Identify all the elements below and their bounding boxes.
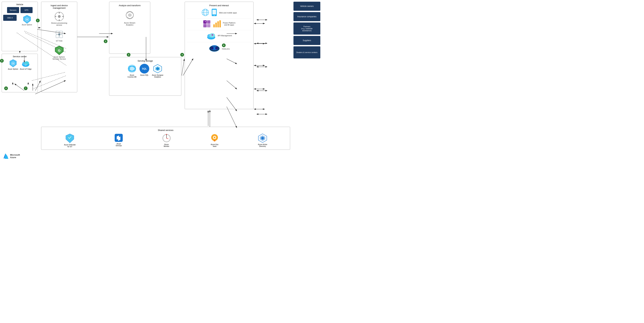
- svg-point-82: [212, 45, 217, 47]
- web-mobile-row: Web and mobile apps: [187, 8, 251, 16]
- step-3-circle: 3: [127, 53, 130, 56]
- svg-rect-40: [56, 31, 59, 34]
- step-5-circle: 5: [0, 59, 4, 62]
- azure-iot-edge-icon: [21, 60, 30, 68]
- cosmos-db-label: AzureCosmos DB: [128, 74, 136, 78]
- analyze-box: Analyze and transform Azure StreamAnalyt…: [109, 2, 150, 54]
- svg-line-10: [227, 106, 237, 128]
- web-apps-icon: [201, 8, 209, 16]
- svg-point-31: [58, 15, 60, 18]
- svg-rect-99: [214, 140, 216, 141]
- svg-point-44: [58, 34, 60, 36]
- svg-point-24: [12, 63, 14, 64]
- devops-item: AzureDevOps: [114, 134, 123, 146]
- aad-label: Azure ActiveDirectory: [258, 144, 267, 147]
- power-platform-row: Power Platformand BI apps: [187, 20, 251, 28]
- svg-rect-62: [212, 10, 216, 14]
- analyze-title: Analyze and transform: [111, 4, 148, 7]
- vehicle-box: Vehicle Sensors GPS OBD-II Azure Sphere …: [2, 2, 38, 51]
- azure-sphere-vehicle-label: Azure Sphere: [22, 24, 32, 26]
- vehicle-title: Vehicle: [3, 3, 36, 6]
- svg-point-63: [214, 15, 214, 16]
- defender-icon: [66, 134, 74, 143]
- azure-logo-line1: Microsoft: [10, 154, 20, 156]
- iot-hub-label: IoT Hub: [56, 40, 62, 42]
- svg-rect-67: [207, 24, 210, 27]
- svg-rect-68: [214, 24, 215, 27]
- iot-hub-icon: [54, 30, 64, 39]
- azure-sphere-vehicle-icon: [23, 15, 31, 24]
- device-provisioning-icon: [54, 12, 64, 21]
- azure-sql-label: Azure SQL: [140, 74, 148, 76]
- svg-rect-65: [207, 20, 210, 24]
- synapse-item: Azure SynapseAnalytics: [152, 64, 163, 78]
- svg-line-109: [182, 59, 184, 76]
- azure-logo-icon: [2, 153, 9, 160]
- step-4-circle: 4: [180, 53, 184, 56]
- insurance-box: Insurance companies: [294, 12, 320, 21]
- devops-label: AzureDevOps: [116, 143, 122, 146]
- mobile-apps-icon: [211, 8, 218, 16]
- stream-analytics-item: Azure StreamAnalytics: [111, 10, 148, 26]
- synapse-icon: [153, 64, 162, 74]
- right-boxes-container: Vehicle owners Insurance companies Partn…: [294, 2, 320, 58]
- serving-title: Serving storage: [111, 60, 180, 62]
- azure-logo: Microsoft Azure: [2, 153, 20, 160]
- svg-point-50: [131, 66, 133, 67]
- svg-point-80: [215, 47, 218, 50]
- monitor-label: AzureMonitor: [164, 144, 169, 147]
- azure-logo-line2: Azure: [10, 156, 20, 159]
- svg-rect-66: [203, 24, 207, 27]
- gps-btn: GPS: [20, 7, 32, 13]
- hololens-icon: [208, 44, 220, 52]
- svg-rect-43: [60, 35, 62, 38]
- cosmos-db-item: AzureCosmos DB: [127, 64, 137, 78]
- svg-point-79: [211, 47, 214, 50]
- bi-apps-icon: [213, 20, 221, 28]
- stream-analytics-icon: [124, 10, 135, 21]
- keyvault-icon: [210, 134, 219, 143]
- sphere-security-icon: [55, 46, 64, 55]
- keyvault-label: Azure KeyVault: [211, 144, 218, 147]
- hololens-row: 8 HoloLens: [187, 44, 251, 52]
- defender-label: Azure Defenderfor IoT: [64, 144, 76, 148]
- azure-iot-edge-label: Azure IoT Edge: [20, 68, 32, 70]
- svg-rect-71: [220, 20, 221, 27]
- sensors-btn: Sensors: [7, 7, 19, 13]
- step-8-circle: 8: [222, 44, 226, 47]
- svg-rect-42: [56, 35, 59, 38]
- svg-point-22: [26, 19, 28, 20]
- web-mobile-label: Web and mobile apps: [219, 12, 237, 14]
- obd-btn: OBD-II: [3, 15, 16, 21]
- dealers-box: Dealers & service centers: [294, 46, 320, 58]
- monitor-icon: [162, 134, 171, 143]
- svg-point-52: [129, 68, 130, 69]
- azure-sql-item: SQL Azure SQL: [140, 64, 149, 76]
- svg-rect-70: [218, 21, 219, 27]
- keyvault-item: Azure KeyVault: [210, 134, 219, 147]
- step-2-circle: 2: [104, 40, 108, 43]
- service-center-box: Service center Azure Sphere: [2, 54, 38, 92]
- present-box: Present and interact: [185, 2, 254, 109]
- device-provisioning-label: Device provisioningservice: [51, 22, 67, 26]
- serving-storage-box: Serving storage AzureCosmos DB SQL: [109, 57, 181, 96]
- suppliers-box: Suppliers: [294, 36, 320, 45]
- svg-point-38: [55, 16, 56, 17]
- api-management-icon: [206, 31, 216, 40]
- svg-point-37: [58, 20, 60, 21]
- device-provisioning-item: Device provisioningservice: [43, 12, 76, 26]
- azure-sphere-service-icon: [10, 59, 17, 68]
- iot-hub-item: IoT Hub: [43, 30, 76, 42]
- devops-icon: [114, 134, 123, 142]
- aad-icon: [258, 134, 267, 143]
- svg-point-36: [58, 12, 60, 14]
- stream-analytics-label: Azure StreamAnalytics: [124, 22, 135, 26]
- shared-services-box: Shared services Azure Defenderfor IoT Az…: [41, 127, 290, 150]
- svg-rect-69: [216, 23, 217, 27]
- api-management-label: API Management: [218, 34, 232, 36]
- azure-sphere-service-label: Azure Sphere: [8, 68, 18, 70]
- svg-point-29: [25, 64, 26, 65]
- step-6-circle: 6: [4, 86, 8, 90]
- svg-point-39: [62, 16, 64, 17]
- sphere-security-item: Azure SphereSecurity Service: [43, 46, 76, 60]
